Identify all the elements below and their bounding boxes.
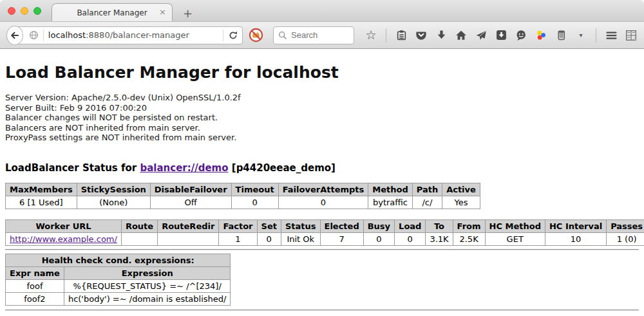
content-blocked-icon[interactable] <box>249 28 263 42</box>
table-row: 6 [1 Used] (None) Off 0 0 bytraffic /c/ … <box>6 196 480 209</box>
balancer-status-heading: LoadBalancer Status for balancer://demo … <box>5 162 639 174</box>
col-disablefailover: DisableFailover <box>150 183 231 196</box>
worker-table: Worker URL Route RouteRedir Factor Set S… <box>5 219 644 246</box>
col-hc-method: HC Method <box>485 219 545 232</box>
menu-icon[interactable] <box>605 29 618 42</box>
cell-timeout: 0 <box>231 196 278 209</box>
search-input[interactable] <box>291 30 349 40</box>
striped-box-icon[interactable] <box>554 29 567 42</box>
col-active: Active <box>442 183 480 196</box>
col-hc-interval: HC Interval <box>545 219 606 232</box>
col-to: To <box>426 219 453 232</box>
cell-expression: %{REQUEST_STATUS} =~ /^[234]/ <box>64 279 231 292</box>
fullscreen-window-button[interactable] <box>33 7 41 15</box>
cell-disablefailover: Off <box>150 196 231 209</box>
section-divider <box>5 249 639 250</box>
balancer-heading-suffix: [p4420eeae_demo] <box>232 162 336 174</box>
worker-row: http://www.example.com/ 1 0 Init Ok 7 0 … <box>6 232 644 245</box>
worker-url-link[interactable]: http://www.example.com/ <box>10 234 117 244</box>
overflow-caret-icon[interactable]: ▾ <box>574 29 587 42</box>
cell-hc-method: GET <box>485 232 545 245</box>
download-box-icon[interactable] <box>495 29 507 42</box>
cell-to: 3.1K <box>426 232 453 245</box>
tab-close-icon[interactable]: × <box>159 8 166 17</box>
col-method: Method <box>368 183 412 196</box>
cell-set: 0 <box>257 232 281 245</box>
reload-icon[interactable] <box>228 30 238 41</box>
browser-chrome: Balancer Manager × + localhost:8880/bala… <box>0 0 644 49</box>
bottom-divider <box>5 310 639 311</box>
cell-expr-name: foof2 <box>6 292 64 305</box>
url-domain: localhost <box>48 30 86 40</box>
globe-icon <box>29 30 39 40</box>
colored-dots-icon[interactable] <box>535 29 547 42</box>
tab-balancer-manager[interactable]: Balancer Manager × <box>52 3 173 21</box>
col-routeredir: RouteRedir <box>158 219 219 232</box>
cell-method: bytraffic <box>368 196 412 209</box>
notice-persist-line: Balancer changes will NOT be persisted o… <box>5 113 639 123</box>
search-icon <box>278 31 287 40</box>
urlbar-divider <box>43 30 44 41</box>
col-path: Path <box>412 183 442 196</box>
balancer-demo-link[interactable]: balancer://demo <box>140 162 228 174</box>
balancer-settings-table: MaxMembers StickySession DisableFailover… <box>5 183 480 209</box>
toolbar-divider <box>386 28 386 42</box>
table-title-row: Health check cond. expressions: <box>6 254 231 266</box>
tab-title: Balancer Manager <box>77 8 147 17</box>
cell-failoverattempts: 0 <box>278 196 368 209</box>
url-bar[interactable]: localhost:8880/balancer-manager <box>13 26 243 44</box>
notice-balancers-line: Balancers are NOT inherited from main se… <box>5 123 639 133</box>
balancer-heading-prefix: LoadBalancer Status for <box>5 162 137 174</box>
minimize-window-button[interactable] <box>21 7 28 15</box>
cell-stickysession: (None) <box>77 196 150 209</box>
health-check-table: Health check cond. expressions: Expr nam… <box>5 254 231 306</box>
close-window-button[interactable] <box>8 7 15 15</box>
chat-smiley-icon[interactable] <box>515 29 527 42</box>
cell-elected: 7 <box>320 232 363 245</box>
table-header-row: Expr name Expression <box>6 266 231 279</box>
back-arrow-icon <box>10 30 20 41</box>
col-maxmembers: MaxMembers <box>6 183 77 196</box>
col-route: Route <box>121 219 157 232</box>
col-expression: Expression <box>64 266 231 279</box>
url-path: :8880/balancer-manager <box>86 30 189 40</box>
col-set: Set <box>257 219 281 232</box>
cell-status: Init Ok <box>281 232 320 245</box>
tab-bar: Balancer Manager × + <box>0 0 644 21</box>
cell-expr-name: foof <box>6 279 64 292</box>
back-button[interactable] <box>6 26 23 45</box>
url-input[interactable]: localhost:8880/balancer-manager <box>48 30 218 40</box>
health-table-title: Health check cond. expressions: <box>6 254 231 266</box>
page-body: Load Balancer Manager for localhost Serv… <box>0 63 644 311</box>
new-tab-button[interactable]: + <box>183 8 193 19</box>
server-info: Server Version: Apache/2.5.0-dev (Unix) … <box>5 93 639 143</box>
cell-active: Yes <box>442 196 480 209</box>
col-failoverattempts: FailoverAttempts <box>278 183 368 196</box>
home-icon[interactable] <box>455 29 468 42</box>
clipboard-icon[interactable] <box>395 29 408 42</box>
col-expr-name: Expr name <box>6 266 64 279</box>
col-load: Load <box>395 219 426 232</box>
cell-busy: 0 <box>363 232 394 245</box>
col-factor: Factor <box>219 219 257 232</box>
bookmark-star-icon[interactable]: ☆ <box>365 29 377 42</box>
server-built-line: Server Built: Feb 9 2016 07:00:20 <box>5 103 639 113</box>
send-icon[interactable] <box>475 29 488 42</box>
cell-hc-interval: 10 <box>545 232 606 245</box>
notice-proxypass-line: ProxyPass settings are NOT inherited fro… <box>5 133 639 143</box>
cell-expression: hc('body') =~ /domain is established/ <box>64 292 231 305</box>
page-title: Load Balancer Manager for localhost <box>5 63 639 82</box>
cell-from: 2.5K <box>453 232 485 245</box>
search-box[interactable] <box>273 26 354 44</box>
downloads-icon[interactable] <box>435 29 448 42</box>
cell-path: /c/ <box>412 196 442 209</box>
pocket-icon[interactable] <box>415 29 428 42</box>
col-timeout: Timeout <box>231 183 278 196</box>
table-header-row: MaxMembers StickySession DisableFailover… <box>6 183 480 196</box>
table-row: foof2 hc('body') =~ /domain is establish… <box>6 292 231 305</box>
navigation-toolbar: localhost:8880/balancer-manager <box>0 21 644 49</box>
tab-grid-icon[interactable] <box>625 29 638 42</box>
cell-factor: 1 <box>219 232 257 245</box>
cell-route <box>121 232 157 245</box>
table-row: foof %{REQUEST_STATUS} =~ /^[234]/ <box>6 279 231 292</box>
